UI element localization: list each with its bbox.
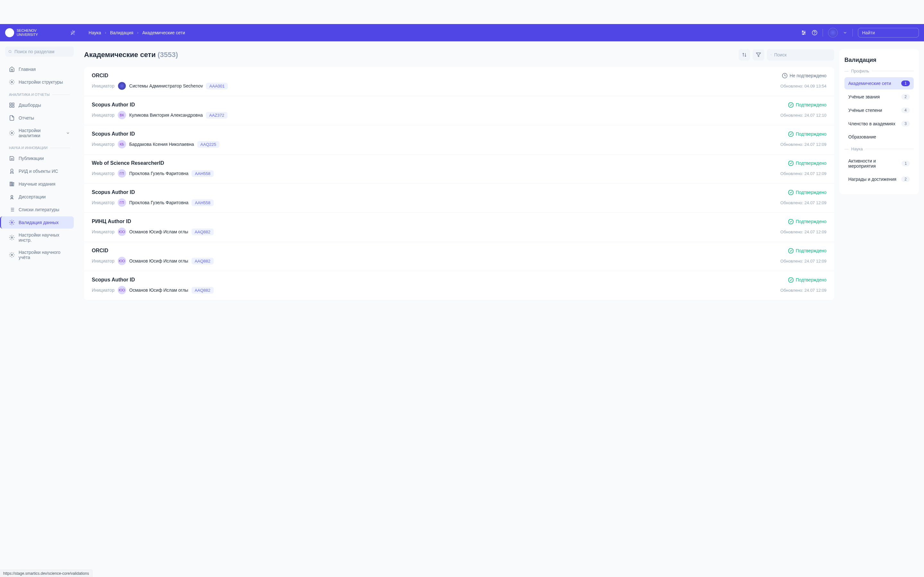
nav-item[interactable]: Валидация данных xyxy=(0,216,74,229)
updated-at: Обновлено: 24.07 12:09 xyxy=(780,200,827,205)
initiator: Инициатор ГП Проклова Гузель Фаритовна A… xyxy=(92,169,214,177)
search-box[interactable] xyxy=(858,28,919,37)
svg-rect-24 xyxy=(13,182,14,186)
nav-item[interactable]: РИД и объекты ИС xyxy=(5,165,74,177)
nav-item[interactable]: Отчеты xyxy=(5,112,74,124)
initiator-avatar: ГП xyxy=(118,198,126,207)
card-bottom: Инициатор ГП Проклова Гузель Фаритовна A… xyxy=(92,198,827,207)
sort-button[interactable] xyxy=(738,49,750,61)
card-top: Web of Science ResearcherID Подтверждено xyxy=(92,160,827,166)
svg-point-34 xyxy=(11,254,13,256)
validation-card[interactable]: ORCID Подтверждено Инициатор ЮО Османов … xyxy=(84,242,834,271)
initiator-name: Проклова Гузель Фаритовна xyxy=(129,200,189,205)
content-search[interactable] xyxy=(767,49,834,61)
sidebar-search-input[interactable] xyxy=(15,49,71,54)
breadcrumb: Наука › Валидация › Академические сети xyxy=(89,30,185,35)
nav-item[interactable]: Настройки структуры xyxy=(5,76,74,88)
initiator: Инициатор ЮО Османов Юсиф Ислам оглы AAQ… xyxy=(92,257,214,265)
right-badge: 2 xyxy=(901,94,910,100)
avatar[interactable] xyxy=(828,28,838,37)
card-top: Scopus Author ID Подтверждено xyxy=(92,189,827,195)
right-item[interactable]: Награды и достижения2 xyxy=(845,173,914,185)
validation-card[interactable]: Scopus Author ID Подтверждено Инициатор … xyxy=(84,271,834,300)
right-item[interactable]: Учёные звания2 xyxy=(845,91,914,103)
initiator-label: Инициатор xyxy=(92,200,115,205)
code-badge[interactable]: AAZ372 xyxy=(206,112,228,119)
nav-item[interactable]: Диссертации xyxy=(5,191,74,203)
nav-item[interactable]: Настройки научных инстр. xyxy=(5,229,74,246)
validation-card[interactable]: РИНЦ Author ID Подтверждено Инициатор ЮО… xyxy=(84,213,834,242)
help-icon[interactable] xyxy=(812,30,817,35)
breadcrumb-item[interactable]: Академические сети xyxy=(142,30,185,35)
page-count: (3553) xyxy=(158,51,178,59)
logo[interactable]: SECHENOV UNIVERSITY xyxy=(5,28,38,37)
nav-item[interactable]: Настройки аналитики xyxy=(5,125,74,141)
validation-card[interactable]: ORCID Не подтверждено Инициатор Системы … xyxy=(84,67,834,96)
validation-card[interactable]: Web of Science ResearcherID Подтверждено… xyxy=(84,155,834,184)
verified-icon xyxy=(788,189,794,195)
nav-item[interactable]: Главная xyxy=(5,63,74,75)
right-item[interactable]: Академические сети1 xyxy=(845,77,914,89)
code-badge[interactable]: AAA001 xyxy=(206,83,228,89)
sidebar-search[interactable] xyxy=(5,47,74,57)
initiator: Инициатор ЮО Османов Юсиф Ислам оглы AAQ… xyxy=(92,227,214,236)
validation-card[interactable]: Scopus Author ID Подтверждено Инициатор … xyxy=(84,184,834,213)
right-item[interactable]: Учёные степени4 xyxy=(845,104,914,116)
gear-icon xyxy=(9,130,15,136)
nav-item-label: Публикации xyxy=(19,156,44,161)
card-title: ORCID xyxy=(92,248,108,253)
pin-icon[interactable] xyxy=(70,30,76,35)
nav-item-label: Диссертации xyxy=(19,194,45,199)
code-badge[interactable]: AAH558 xyxy=(192,199,213,206)
nav-item-label: Списки литературы xyxy=(19,207,59,212)
code-badge[interactable]: AAQ882 xyxy=(192,287,214,293)
divider xyxy=(50,148,70,148)
card-bottom: Инициатор ВК Куликова Виктория Александр… xyxy=(92,111,827,119)
code-badge[interactable]: AAQ882 xyxy=(192,258,214,264)
card-bottom: Инициатор ЮО Османов Юсиф Ислам оглы AAQ… xyxy=(92,227,827,236)
nav-item-label: Дашборды xyxy=(19,103,41,108)
updated-at: Обновлено: 24.07 12:09 xyxy=(780,259,827,263)
initiator: Инициатор ГП Проклова Гузель Фаритовна A… xyxy=(92,198,214,207)
nav-item[interactable]: Дашборды xyxy=(5,99,74,111)
code-badge[interactable]: AAH558 xyxy=(192,170,213,177)
page-head: Академические сети (3553) xyxy=(84,49,834,61)
initiator: Инициатор ВК Куликова Виктория Александр… xyxy=(92,111,228,119)
breadcrumb-item[interactable]: Валидация xyxy=(110,30,134,35)
nav-item[interactable]: Списки литературы xyxy=(5,203,74,216)
right-item-label: Учёные степени xyxy=(848,108,882,113)
card-top: РИНЦ Author ID Подтверждено xyxy=(92,219,827,224)
initiator-avatar: ГП xyxy=(118,169,126,177)
gear-icon xyxy=(9,219,15,226)
card-top: ORCID Подтверждено xyxy=(92,248,827,253)
header: SECHENOV UNIVERSITY Наука › Валидация › … xyxy=(0,24,924,41)
right-section-label: Наука xyxy=(851,147,863,151)
verified-icon xyxy=(788,219,794,224)
initiator-name: Османов Юсиф Ислам оглы xyxy=(129,258,188,263)
validation-card[interactable]: Scopus Author ID Подтверждено Инициатор … xyxy=(84,96,834,125)
settings-icon[interactable] xyxy=(801,30,806,35)
right-item[interactable]: Членство в академиях3 xyxy=(845,118,914,130)
code-badge[interactable]: AAQ225 xyxy=(197,141,220,148)
updated-at: Обновлено: 24.07 12:09 xyxy=(780,229,827,234)
right-section: — Наука xyxy=(845,147,914,151)
code-badge[interactable]: AAQ882 xyxy=(192,229,214,235)
validation-card[interactable]: Scopus Author ID Подтверждено Инициатор … xyxy=(84,125,834,155)
chevron-right-icon: › xyxy=(137,31,138,35)
search-input[interactable] xyxy=(862,30,918,35)
chevron-down-icon[interactable] xyxy=(843,31,847,35)
content-search-input[interactable] xyxy=(774,52,830,57)
nav-section-label: АНАЛИТИКА И ОТЧЕТЫ xyxy=(9,93,50,97)
verified-icon xyxy=(788,160,794,166)
right-item[interactable]: Активности и мероприятия1 xyxy=(845,155,914,172)
breadcrumb-item[interactable]: Наука xyxy=(89,30,101,35)
nav-item[interactable]: Научные издания xyxy=(5,178,74,190)
home-icon xyxy=(9,66,15,72)
filter-button[interactable] xyxy=(753,49,764,61)
card-bottom: Инициатор ГП Проклова Гузель Фаритовна A… xyxy=(92,169,827,177)
nav-item[interactable]: Публикации xyxy=(5,152,74,164)
nav-item[interactable]: Настройки научного учёта xyxy=(5,247,74,263)
initiator-name: Проклова Гузель Фаритовна xyxy=(129,171,189,176)
gear-icon xyxy=(9,252,15,258)
right-item[interactable]: Образование xyxy=(845,131,914,143)
